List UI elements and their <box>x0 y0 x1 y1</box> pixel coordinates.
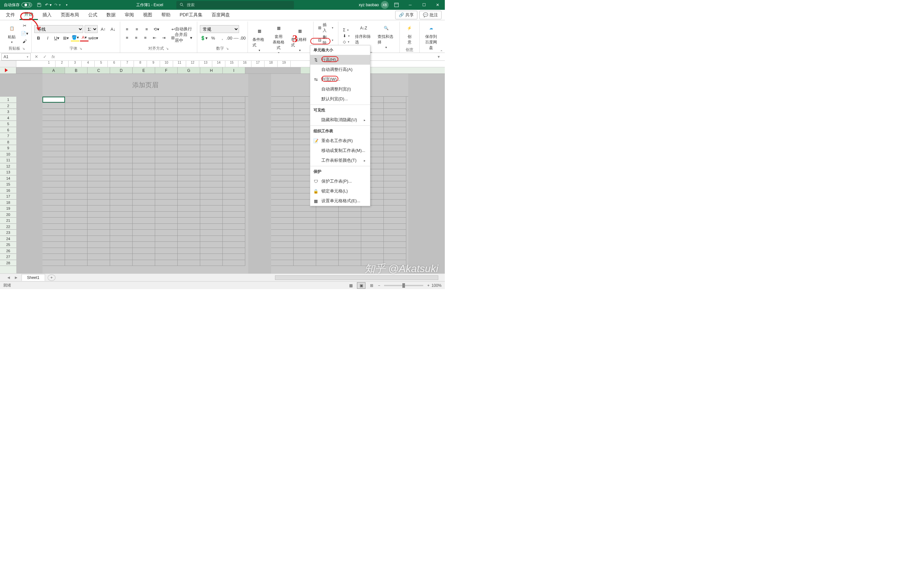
tab-baidu[interactable]: 百度网盘 <box>207 10 234 20</box>
align-right-icon[interactable]: ≡ <box>141 34 150 41</box>
expand-formula-icon[interactable]: ▾ <box>435 54 443 59</box>
fill-button[interactable]: ⬇▾ <box>341 33 352 39</box>
zoom-in-button[interactable]: + <box>427 283 430 288</box>
align-top-icon[interactable]: ≡ <box>123 25 131 33</box>
increase-indent-icon[interactable]: ⇥ <box>160 34 168 41</box>
row-header[interactable]: 1 <box>0 97 16 103</box>
decrease-font-icon[interactable]: A↓ <box>109 25 117 33</box>
bold-button[interactable]: B <box>34 34 43 41</box>
font-name-select[interactable]: 等线 <box>34 25 83 33</box>
close-icon[interactable]: ✕ <box>432 0 444 9</box>
fx-icon[interactable]: fx <box>49 54 57 59</box>
page-layout-view-icon[interactable]: ▣ <box>357 282 365 289</box>
sheet-nav-prev-icon[interactable]: ◄ <box>6 275 11 280</box>
col-header[interactable]: I <box>223 67 245 74</box>
border-icon[interactable]: ⊞▾ <box>62 34 70 41</box>
zoom-slider[interactable] <box>384 285 423 286</box>
creative-button[interactable]: ⚡创 意 <box>402 22 417 46</box>
tab-insert[interactable]: 插入 <box>38 10 56 20</box>
tab-view[interactable]: 视图 <box>139 10 157 20</box>
clear-button[interactable]: ◇▾ <box>341 39 352 45</box>
align-bottom-icon[interactable]: ≡ <box>142 25 151 33</box>
save-icon[interactable] <box>35 0 44 9</box>
enter-formula-icon[interactable]: ✓ <box>41 54 49 59</box>
align-center-icon[interactable]: ≡ <box>132 34 141 41</box>
tab-home[interactable]: 开始 <box>20 10 38 20</box>
font-color-icon[interactable]: A▾ <box>80 34 89 41</box>
menu-lock-cell[interactable]: 🔒锁定单元格(L) <box>310 186 370 196</box>
user-avatar[interactable]: XB <box>381 1 389 9</box>
tab-file[interactable]: 文件 <box>1 10 20 20</box>
menu-autofit-column-width[interactable]: 自动调整列宽(I) <box>310 84 370 94</box>
col-header[interactable]: F <box>155 67 178 74</box>
redo-icon[interactable]: ↷ ▾ <box>53 0 62 9</box>
menu-hide-unhide[interactable]: 隐藏和取消隐藏(U)▸ <box>310 115 370 125</box>
zoom-out-button[interactable]: − <box>378 283 380 288</box>
paste-button[interactable]: 📋 粘贴 ▾ <box>5 22 19 45</box>
menu-column-width[interactable]: ⇆列宽(W)... <box>310 74 370 84</box>
cancel-formula-icon[interactable]: ✕ <box>32 54 41 59</box>
comma-icon[interactable]: , <box>218 34 227 41</box>
save-baidu-button[interactable]: ☁保存到 百度网盘 <box>422 22 440 52</box>
menu-tab-color[interactable]: 工作表标签颜色(T)▸ <box>310 155 370 165</box>
tab-review[interactable]: 审阅 <box>120 10 139 20</box>
percent-icon[interactable]: % <box>209 34 218 41</box>
font-launcher[interactable]: ↘ <box>79 47 82 50</box>
phonetic-icon[interactable]: wén▾ <box>89 34 98 41</box>
user-name[interactable]: xyz baobao <box>359 3 379 7</box>
selected-cell-a1[interactable] <box>43 97 65 103</box>
find-select-button[interactable]: 🔍查找和选择▾ <box>376 22 397 50</box>
underline-button[interactable]: U▾ <box>52 34 61 41</box>
align-middle-icon[interactable]: ≡ <box>133 25 141 33</box>
col-header[interactable]: A <box>43 67 65 74</box>
copy-icon[interactable]: 📄▾ <box>20 30 29 37</box>
menu-protect-sheet[interactable]: 🛡保护工作表(P)... <box>310 176 370 186</box>
currency-icon[interactable]: 💲▾ <box>200 34 209 41</box>
alignment-launcher[interactable]: ↘ <box>166 47 169 50</box>
maximize-icon[interactable]: ☐ <box>418 0 430 9</box>
format-as-table-button[interactable]: ▦套用 表格格式▾ <box>270 22 288 56</box>
normal-view-icon[interactable]: ▦ <box>346 282 355 289</box>
menu-format-cells[interactable]: ▦设置单元格格式(E)... <box>310 196 370 206</box>
autosave-toggle[interactable]: 自动保存 关 <box>1 2 35 8</box>
share-button[interactable]: 🔗 共享 <box>395 11 417 19</box>
undo-icon[interactable]: ↶ ▾ <box>44 0 53 9</box>
delete-cells-button[interactable]: ⊟删除▾ <box>316 34 335 46</box>
format-painter-icon[interactable]: 🖌 <box>20 38 29 45</box>
page-header[interactable]: 添加页眉 <box>43 74 248 97</box>
name-box[interactable]: A1▾ <box>1 53 31 60</box>
col-header[interactable]: E <box>133 67 155 74</box>
insert-cells-button[interactable]: ⊞插入▾ <box>316 22 335 34</box>
menu-default-width[interactable]: 默认列宽(D)... <box>310 94 370 104</box>
decrease-indent-icon[interactable]: ⇤ <box>150 34 159 41</box>
formula-input[interactable] <box>57 53 435 60</box>
orientation-icon[interactable]: ⟲▾ <box>152 25 161 33</box>
col-header[interactable]: C <box>87 67 110 74</box>
comments-button[interactable]: 💬 批注 <box>419 11 441 19</box>
tab-data[interactable]: 数据 <box>102 10 120 20</box>
add-sheet-button[interactable]: + <box>48 274 55 281</box>
col-header[interactable]: B <box>65 67 87 74</box>
align-left-icon[interactable]: ≡ <box>123 34 131 41</box>
menu-row-height[interactable]: ⇅行高(H)... <box>310 55 370 65</box>
conditional-formatting-button[interactable]: ▦条件格式▾ <box>250 24 269 53</box>
increase-font-icon[interactable]: A↑ <box>99 25 107 33</box>
minimize-icon[interactable]: ─ <box>404 0 416 9</box>
menu-autofit-row-height[interactable]: 自动调整行高(A) <box>310 65 370 74</box>
italic-button[interactable]: I <box>43 34 52 41</box>
search-input[interactable]: 搜索 <box>176 1 294 9</box>
tab-pdf[interactable]: PDF工具集 <box>175 10 207 20</box>
tab-page-layout[interactable]: 页面布局 <box>56 10 84 20</box>
sheet-grid[interactable]: 1234567891011121314151617181920212223242… <box>0 74 445 273</box>
page-1[interactable]: 添加页眉 <box>43 74 248 273</box>
qat-customize-icon[interactable]: ▾ <box>62 0 71 9</box>
horizontal-scrollbar[interactable] <box>275 275 438 280</box>
sheet-nav-next-icon[interactable]: ► <box>14 275 18 280</box>
col-header[interactable]: H <box>200 67 223 74</box>
col-header[interactable]: G <box>178 67 200 74</box>
col-header[interactable]: D <box>110 67 133 74</box>
fill-color-icon[interactable]: 🪣▾ <box>71 34 79 41</box>
menu-rename-sheet[interactable]: 📝重命名工作表(R) <box>310 136 370 146</box>
page-break-view-icon[interactable]: ⊞ <box>367 282 376 289</box>
cut-icon[interactable]: ✂ <box>20 22 29 29</box>
